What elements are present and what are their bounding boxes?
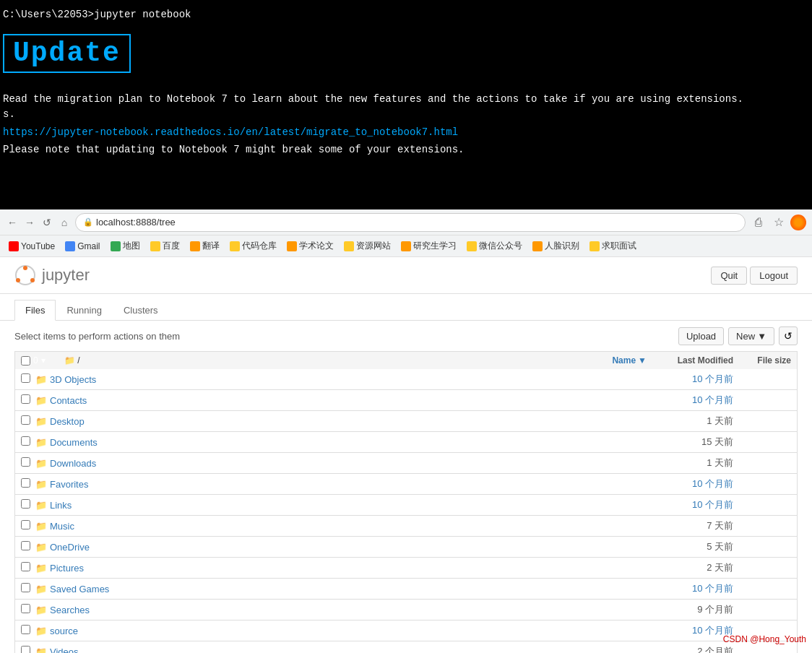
- row-checkbox-wrap: [21, 583, 35, 594]
- row-checkbox-wrap: [21, 499, 35, 511]
- file-name[interactable]: Music: [50, 521, 647, 532]
- bookmark-button[interactable]: ☆: [770, 214, 787, 231]
- refresh-files-button[interactable]: ↺: [779, 326, 798, 345]
- row-type-icon: 📁: [35, 416, 50, 427]
- breadcrumb: 📁 /: [64, 355, 531, 366]
- file-name[interactable]: Searches: [50, 605, 647, 615]
- file-name[interactable]: Videos: [50, 646, 647, 654]
- bookmark-grad-study[interactable]: 研究生学习: [397, 238, 461, 254]
- wechat-icon: [467, 241, 477, 251]
- bookmark-captcha[interactable]: 人脸识别: [528, 238, 584, 254]
- row-checkbox[interactable]: [21, 562, 30, 571]
- gmail-icon: [65, 241, 75, 251]
- browser-chrome: ← → ↺ ⌂ 🔒 localhost:8888/tree ⎙ ☆ YouTub…: [0, 209, 812, 653]
- row-checkbox[interactable]: [21, 499, 30, 509]
- file-modified: 1 天前: [647, 415, 733, 428]
- csdn-watermark: CSDN @Hong_Youth: [723, 634, 806, 644]
- bookmark-translate[interactable]: 翻译: [186, 238, 224, 254]
- row-checkbox-wrap: [21, 457, 35, 469]
- select-all-checkbox[interactable]: [21, 356, 30, 366]
- forward-button[interactable]: →: [23, 216, 36, 229]
- col-size-header: File size: [733, 355, 791, 366]
- file-name[interactable]: source: [50, 626, 647, 636]
- row-checkbox-wrap: [21, 625, 35, 636]
- row-checkbox-wrap: [21, 394, 35, 406]
- row-checkbox[interactable]: [21, 478, 30, 488]
- resources-icon: [344, 241, 354, 251]
- table-row: 📁 Downloads 1 天前: [14, 453, 798, 474]
- bookmark-youtube[interactable]: YouTube: [4, 240, 59, 253]
- translate-icon: [190, 241, 200, 251]
- row-checkbox[interactable]: [21, 436, 30, 446]
- address-bar[interactable]: 🔒 localhost:8888/tree: [75, 213, 746, 232]
- bookmark-maps[interactable]: 地图: [106, 238, 144, 254]
- file-name[interactable]: OneDrive: [50, 542, 647, 553]
- svg-point-2: [16, 278, 20, 282]
- row-checkbox[interactable]: [21, 604, 30, 613]
- bookmark-code-repo[interactable]: 代码仓库: [225, 238, 281, 254]
- table-row: 📁 OneDrive 5 天前: [14, 537, 798, 558]
- table-row: 📁 Pictures 2 天前: [14, 558, 798, 579]
- row-checkbox[interactable]: [21, 373, 30, 383]
- file-name[interactable]: 3D Objects: [50, 374, 647, 385]
- row-type-icon: 📁: [35, 437, 50, 448]
- file-name[interactable]: Saved Games: [50, 584, 647, 594]
- file-modified: 10 个月前: [647, 373, 733, 386]
- row-type-icon: 📁: [35, 626, 50, 636]
- file-name[interactable]: Favorites: [50, 479, 647, 490]
- file-name[interactable]: Documents: [50, 437, 647, 448]
- file-name[interactable]: Downloads: [50, 458, 647, 469]
- bookmark-wechat-label: 微信公众号: [479, 240, 522, 252]
- row-type-icon: 📁: [35, 521, 50, 532]
- row-checkbox[interactable]: [21, 646, 30, 653]
- file-modified: 10 个月前: [647, 624, 733, 637]
- row-type-icon: 📁: [35, 584, 50, 594]
- file-modified: 2 天前: [647, 561, 733, 574]
- bookmark-gmail[interactable]: Gmail: [61, 240, 104, 253]
- share-button[interactable]: ⎙: [750, 214, 767, 231]
- bookmark-wechat[interactable]: 微信公众号: [462, 238, 527, 254]
- home-button[interactable]: ⌂: [58, 216, 71, 229]
- row-checkbox[interactable]: [21, 583, 30, 592]
- table-row: 📁 3D Objects 10 个月前: [14, 369, 798, 390]
- papers-icon: [287, 241, 297, 251]
- row-checkbox-wrap: [21, 373, 35, 385]
- tab-running[interactable]: Running: [56, 300, 112, 320]
- logout-button[interactable]: Logout: [750, 267, 798, 285]
- bookmark-papers[interactable]: 学术论文: [282, 238, 338, 254]
- bookmark-interview[interactable]: 求职面试: [585, 238, 641, 254]
- file-name[interactable]: Contacts: [50, 395, 647, 406]
- bookmark-resources[interactable]: 资源网站: [340, 238, 395, 254]
- quit-button[interactable]: Quit: [711, 267, 747, 285]
- migration-link[interactable]: https://jupyter-notebook.readthedocs.io/…: [3, 126, 458, 138]
- row-checkbox[interactable]: [21, 457, 30, 467]
- bookmark-baidu[interactable]: 百度: [146, 238, 184, 254]
- row-checkbox[interactable]: [21, 415, 30, 425]
- interview-icon: [589, 241, 600, 251]
- row-checkbox[interactable]: [21, 541, 30, 550]
- tab-files[interactable]: Files: [14, 300, 56, 321]
- col-name-header[interactable]: Name ▼: [531, 355, 647, 366]
- back-button[interactable]: ←: [6, 216, 19, 229]
- row-checkbox[interactable]: [21, 394, 30, 404]
- file-name[interactable]: Links: [50, 500, 647, 511]
- new-button[interactable]: New ▼: [728, 327, 774, 345]
- youtube-icon: [9, 241, 19, 251]
- upload-button[interactable]: Upload: [678, 327, 724, 345]
- table-row: 📁 Links 10 个月前: [14, 495, 798, 516]
- jupyter-logo-text: jupyter: [42, 266, 90, 285]
- jupyter-tabs: Files Running Clusters: [0, 294, 812, 321]
- svg-point-1: [23, 266, 27, 270]
- row-checkbox[interactable]: [21, 625, 30, 634]
- row-type-icon: 📁: [35, 605, 50, 615]
- update-logo: Update: [3, 34, 131, 73]
- file-name[interactable]: Pictures: [50, 563, 647, 574]
- row-checkbox-wrap: [21, 604, 35, 615]
- tab-clusters[interactable]: Clusters: [113, 300, 169, 320]
- bookmark-youtube-label: YouTube: [21, 241, 55, 251]
- file-name[interactable]: Desktop: [50, 416, 647, 427]
- refresh-button[interactable]: ↺: [40, 216, 53, 229]
- bookmark-grad-study-label: 研究生学习: [413, 240, 457, 252]
- row-checkbox-wrap: [21, 436, 35, 448]
- row-checkbox[interactable]: [21, 520, 30, 529]
